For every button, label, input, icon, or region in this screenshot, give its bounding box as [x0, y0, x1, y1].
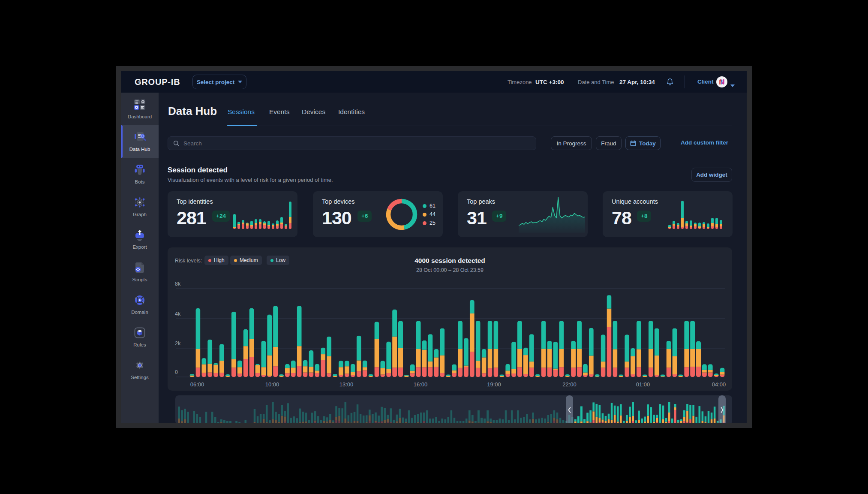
- client-chevron-down-icon[interactable]: [730, 81, 735, 89]
- legend-value: 61: [429, 203, 436, 209]
- today-filter-button[interactable]: Today: [625, 136, 661, 150]
- legend-entry: 25: [423, 219, 436, 227]
- client-label[interactable]: Client: [697, 78, 714, 85]
- card-title: Top identities: [177, 198, 213, 205]
- sidebar-item-settings[interactable]: Settings: [121, 353, 159, 386]
- legend-entry: 61: [423, 202, 436, 210]
- card-title: Top devices: [322, 198, 355, 205]
- calendar-icon: [630, 140, 636, 146]
- svg-text:19:00: 19:00: [487, 381, 501, 388]
- page-title: Data Hub: [168, 105, 217, 118]
- add-custom-filter-link[interactable]: Add custom filter: [681, 139, 728, 146]
- svg-text:16:00: 16:00: [414, 381, 428, 388]
- datetime-value: 27 Apr, 10:34: [619, 79, 655, 85]
- search-input[interactable]: [183, 137, 531, 150]
- stat-card-unique-accounts-trend: Unique accounts78+8: [603, 191, 733, 237]
- sidebar-item-label: Domain: [121, 310, 159, 315]
- timezone-value: UTC +3:00: [535, 79, 564, 85]
- brand-logo: GROUP-IB: [135, 77, 180, 87]
- minimap-chart: [175, 395, 732, 423]
- datetime-label: Date and Time: [578, 79, 614, 85]
- sidebar-item-label: Settings: [121, 375, 159, 380]
- timeline-minimap[interactable]: [175, 395, 732, 423]
- card-sparkline-chart: [519, 194, 585, 235]
- tab-sessions[interactable]: Sessions: [228, 108, 255, 116]
- card-title: Top peaks: [467, 198, 495, 205]
- sidebar-item-datahub[interactable]: Data Hub: [121, 125, 159, 158]
- tab-identities[interactable]: Identities: [338, 108, 365, 116]
- notifications-bell-icon[interactable]: [666, 78, 674, 86]
- tabs-divider: [227, 126, 732, 126]
- svg-text:13:00: 13:00: [339, 381, 354, 388]
- section-subtitle: Visualization of events with a level of …: [168, 177, 333, 183]
- sidebar-item-label: Graph: [121, 212, 159, 217]
- top-bar: GROUP-IB Select project Timezone UTC +3:…: [121, 71, 747, 93]
- card-title: Unique accounts: [612, 198, 658, 205]
- sidebar-item-bots[interactable]: Bots: [121, 158, 159, 190]
- card-value: 281: [177, 208, 206, 229]
- active-tab-underline: [227, 125, 257, 126]
- sidebar-item-scripts[interactable]: Scripts: [121, 256, 159, 288]
- legend-dot: [423, 221, 426, 225]
- minimap-left-handle[interactable]: [566, 395, 573, 423]
- legend-value: 44: [429, 211, 436, 217]
- card-delta-badge: +8: [637, 211, 651, 222]
- svg-text:06:00: 06:00: [190, 381, 204, 388]
- card-delta-badge: +24: [212, 211, 230, 222]
- stat-card-top-identities-trend: Top identities281+24: [168, 191, 297, 237]
- sidebar-item-label: Export: [121, 244, 159, 250]
- sidebar-item-label: Data Hub: [121, 147, 159, 152]
- sessions-chart-panel: Risk levels: HighMediumLow 4000 session …: [168, 247, 732, 391]
- svg-text:4k: 4k: [175, 311, 181, 317]
- timezone-label: Timezone: [508, 79, 532, 85]
- card-value: 130: [322, 208, 351, 229]
- dashboard-icon: [133, 98, 147, 111]
- add-widget-button[interactable]: Add widget: [691, 168, 732, 182]
- sidebar-item-rules[interactable]: Rules: [121, 321, 159, 353]
- select-project-label: Select project: [197, 79, 235, 85]
- stat-card-top-peaks-trend: Top peaks31+9: [458, 191, 588, 237]
- client-avatar[interactable]: [716, 76, 727, 87]
- tab-events[interactable]: Events: [269, 108, 289, 116]
- sidebar-item-label: Rules: [121, 342, 159, 347]
- card-donut-chart: [386, 199, 417, 232]
- card-mini-chart: [232, 199, 293, 232]
- tab-devices[interactable]: Devices: [302, 108, 325, 116]
- stat-card-top-devices-split: Top devices130+6614425: [313, 191, 443, 237]
- sidebar-item-export[interactable]: Export: [121, 223, 159, 256]
- search-icon: [173, 140, 180, 147]
- legend-dot: [423, 213, 426, 217]
- minimap-right-handle[interactable]: [718, 395, 726, 423]
- screenshot-stage: GROUP-IB Select project Timezone UTC +3:…: [0, 0, 868, 494]
- chevron-down-icon: [238, 81, 242, 83]
- scripts-icon: [133, 261, 147, 274]
- header-divider: [685, 75, 685, 88]
- card-value: 31: [467, 208, 487, 229]
- datahub-icon: [133, 130, 147, 144]
- sidebar-item-dashboard[interactable]: Dashboard: [121, 93, 159, 125]
- card-delta-badge: +9: [492, 211, 506, 222]
- svg-text:8k: 8k: [175, 281, 181, 287]
- sidebar-item-label: Dashboard: [121, 114, 159, 119]
- sidebar-item-graph[interactable]: Graph: [121, 190, 159, 223]
- section-title: Session detected: [168, 166, 228, 175]
- card-value: 78: [612, 208, 631, 229]
- sidebar-item-domain[interactable]: Domain: [121, 288, 159, 321]
- today-label: Today: [639, 140, 656, 147]
- sessions-stacked-bar-chart: 02k4k8k06:0010:0013:0016:0019:0022:0001:…: [168, 247, 732, 391]
- bots-icon: [133, 163, 147, 177]
- donut-legend: 614425: [423, 202, 436, 227]
- card-delta-badge: +6: [357, 211, 372, 222]
- settings-icon: [133, 358, 147, 372]
- svg-text:10:00: 10:00: [265, 381, 279, 388]
- svg-text:22:00: 22:00: [562, 381, 577, 388]
- rules-icon: [133, 326, 147, 340]
- sidebar-nav: DashboardData HubBotsGraphExportScriptsD…: [121, 93, 159, 423]
- fraud-filter-button[interactable]: Fraud: [596, 136, 622, 150]
- card-mini-chart: [667, 199, 728, 232]
- legend-entry: 44: [423, 210, 436, 219]
- select-project-button[interactable]: Select project: [192, 75, 246, 89]
- in-progress-filter-button[interactable]: In Progress: [551, 136, 592, 150]
- search-box: [168, 136, 536, 150]
- svg-text:04:00: 04:00: [712, 381, 726, 388]
